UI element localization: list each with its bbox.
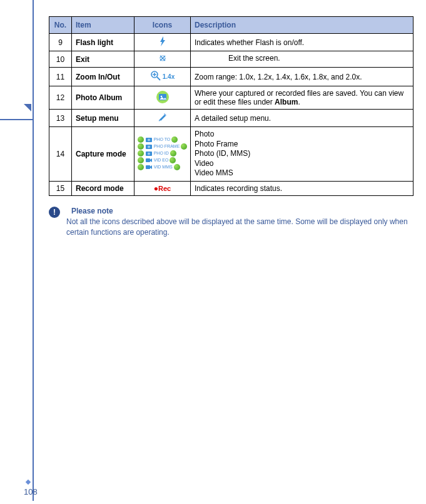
note-title: Please note (71, 207, 113, 215)
capture-mode-icons: PHO TO PHO FRAME PHO ID VID EO VID MMS (138, 136, 188, 171)
cell-item: Setup menu (72, 110, 134, 127)
cell-no: 11 (49, 68, 72, 86)
camera-icon (145, 136, 153, 143)
header-no: No. (49, 17, 72, 34)
cell-desc: Zoom range: 1.0x, 1.2x, 1.4x, 1.6x, 1.8x… (191, 68, 413, 86)
video-icon (145, 157, 153, 163)
vertical-rule (33, 0, 34, 501)
cell-no: 9 (49, 34, 72, 51)
header-icons: Icons (134, 17, 191, 34)
camera-icon (145, 150, 153, 157)
svg-line-4 (157, 77, 160, 80)
page-content: No. Item Icons Description 9 Flash light… (49, 16, 413, 237)
note-block: ! Please note Not all the icons describe… (49, 206, 413, 237)
cell-icon (134, 110, 191, 127)
album-icon (156, 90, 170, 106)
icon-description-table: No. Item Icons Description 9 Flash light… (49, 16, 413, 196)
cell-item: Photo Album (72, 86, 134, 110)
table-row: 15 Record mode ●Rec Indicates recording … (49, 181, 413, 195)
cap-label: PHO FRAME (154, 144, 180, 148)
svg-point-13 (148, 145, 150, 148)
mode-dot-icon (138, 150, 144, 157)
mode-line: Video (195, 159, 409, 169)
video-icon (145, 164, 153, 170)
flash-icon (158, 36, 167, 48)
svg-rect-16 (146, 158, 150, 162)
cell-item: Exit (72, 51, 134, 68)
mode-line: Photo (195, 130, 409, 140)
cell-no: 14 (49, 127, 72, 182)
desc-text-post: . (298, 98, 300, 106)
mode-dot-icon (138, 143, 144, 150)
mode-line: Photo Frame (195, 140, 409, 150)
cell-desc: Where your captured or recorded files ar… (191, 86, 413, 110)
record-icon: ●Rec (154, 184, 171, 193)
cell-desc: Indicates whether Flash is on/off. (191, 34, 413, 51)
cell-no: 13 (49, 110, 72, 127)
horizontal-rule (0, 119, 33, 120)
cell-desc: Indicates recording status. (191, 181, 413, 195)
note-info-icon: ! (49, 207, 60, 218)
mode-dot-icon (181, 143, 187, 150)
svg-point-11 (148, 138, 150, 141)
cell-desc: Photo Photo Frame Photo (ID, MMS) Video … (191, 127, 413, 182)
cap-label: PHO TO (154, 137, 171, 141)
mode-line: Photo (ID, MMS) (195, 149, 409, 159)
cell-item: Capture mode (72, 127, 134, 182)
svg-point-15 (148, 152, 150, 155)
cell-desc: A detailed setup menu. (191, 110, 413, 127)
cell-no: 10 (49, 51, 72, 68)
cell-icon (134, 51, 191, 68)
cell-item: Record mode (72, 181, 134, 195)
cell-icon: ●Rec (134, 181, 191, 195)
table-row: 9 Flash light Indicates whether Flash is… (49, 34, 413, 51)
camera-icon (145, 143, 153, 150)
mode-line: Video MMS (195, 168, 409, 178)
zoom-level-label: 1.4x (163, 73, 175, 80)
note-text: Please note Not all the icons described … (66, 206, 413, 237)
cap-label: VID MMS (154, 165, 173, 169)
table-row: 10 Exit Exit the screen. (49, 51, 413, 68)
cell-icon (134, 86, 191, 110)
mode-dot-icon (138, 164, 144, 170)
mode-dot-icon (138, 136, 144, 143)
exit-icon (158, 54, 167, 64)
setup-icon (158, 112, 168, 124)
mode-dot-icon (171, 136, 178, 143)
svg-point-9 (160, 95, 162, 97)
cell-icon: PHO TO PHO FRAME PHO ID VID EO VID MMS (134, 127, 191, 182)
header-description: Description (191, 17, 413, 34)
cap-label: PHO ID (154, 151, 169, 155)
table-row: 14 Capture mode PHO TO PHO FRAME PHO ID … (49, 127, 413, 182)
cell-item: Flash light (72, 34, 134, 51)
header-item: Item (72, 17, 134, 34)
mode-dot-icon (170, 150, 176, 157)
desc-text-bold: Album (275, 98, 298, 106)
page-number: 108 (24, 487, 38, 496)
zoom-icon (150, 70, 161, 83)
cell-no: 12 (49, 86, 72, 110)
mode-dot-icon (170, 157, 176, 163)
table-row: 12 Photo Album Where your captured or re… (49, 86, 413, 110)
footer-diamond-icon (26, 480, 31, 485)
cell-desc: Exit the screen. (191, 51, 413, 68)
cell-icon (134, 34, 191, 51)
cell-item: Zoom In/Out (72, 68, 134, 86)
mode-dot-icon (174, 164, 180, 170)
sidebar-tab-icon (24, 104, 31, 111)
cap-label: VID EO (154, 158, 169, 162)
svg-rect-17 (146, 165, 150, 169)
table-row: 13 Setup menu A detailed setup menu. (49, 110, 413, 127)
cell-no: 15 (49, 181, 72, 195)
note-body: Not all the icons described above will b… (66, 217, 408, 237)
mode-dot-icon (138, 157, 144, 163)
table-row: 11 Zoom In/Out 1.4x Zoom range: 1.0x, 1.… (49, 68, 413, 86)
cell-icon: 1.4x (134, 68, 191, 86)
